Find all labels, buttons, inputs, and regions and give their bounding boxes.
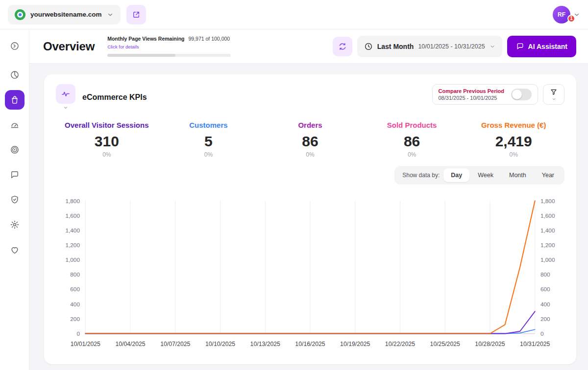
collapse-icon: [10, 41, 20, 51]
svg-text:1,800: 1,800: [540, 198, 555, 204]
kpi-delta: 0%: [259, 151, 361, 158]
quota-widget: Monthly Page Views Remaining 99,971 of 1…: [107, 36, 231, 57]
period-range-label: 10/01/2025 - 10/31/2025: [418, 43, 485, 50]
kpi-delta: 0%: [361, 151, 463, 158]
chevron-down-icon: [490, 44, 495, 49]
kpi-sold-products[interactable]: Sold Products860%: [361, 121, 463, 158]
kpi-value: 86: [361, 133, 463, 150]
show-data-by-week[interactable]: Week: [470, 168, 501, 182]
sidebar-item-settings[interactable]: [5, 215, 24, 234]
kpi-delta: 0%: [158, 151, 260, 158]
card-icon-button[interactable]: [56, 84, 75, 110]
filter-button[interactable]: [543, 84, 564, 105]
chevron-down-icon: [107, 11, 114, 18]
kpi-label: Sold Products: [361, 121, 463, 129]
sidebar-item-collapse[interactable]: [5, 36, 24, 56]
svg-text:10/04/2025: 10/04/2025: [115, 341, 145, 347]
ecommerce-kpis-card: eCommerce KPIs Compare Previous Period 0…: [44, 74, 576, 364]
date-range-selector[interactable]: Last Month 10/01/2025 - 10/31/2025: [357, 36, 502, 57]
kpi-value: 2,419: [463, 133, 564, 150]
account-menu[interactable]: RF 1: [553, 6, 580, 23]
svg-text:1,000: 1,000: [540, 256, 555, 263]
svg-text:1,400: 1,400: [540, 227, 555, 233]
activity-icon: [56, 84, 75, 104]
svg-text:200: 200: [70, 316, 80, 322]
svg-text:10/25/2025: 10/25/2025: [430, 341, 460, 347]
gear-icon: [10, 220, 20, 230]
sidebar-item-ecommerce[interactable]: [5, 90, 24, 110]
app-window: yourwebsitename.com RF 1: [0, 0, 588, 370]
sidebar-item-feedback[interactable]: [5, 165, 24, 185]
line-chart: 10/01/202510/04/202510/07/202510/10/2025…: [56, 188, 564, 361]
svg-text:10/31/2025: 10/31/2025: [520, 341, 550, 347]
svg-text:200: 200: [540, 316, 550, 322]
kpi-gross-revenue[interactable]: Gross Revenue (€)2,4190%: [463, 121, 564, 158]
svg-text:10/22/2025: 10/22/2025: [385, 341, 415, 347]
svg-text:1,000: 1,000: [66, 256, 80, 263]
chevron-down-icon: [63, 105, 68, 110]
kpi-customers[interactable]: Customers50%: [158, 121, 260, 158]
quota-progress-track: [107, 54, 231, 57]
site-selector[interactable]: yourwebsitename.com: [8, 5, 121, 24]
clock-icon: [364, 42, 373, 51]
svg-text:1,600: 1,600: [540, 212, 555, 219]
kpi-value: 86: [259, 133, 361, 150]
sidebar-item-analytics[interactable]: [5, 65, 24, 85]
svg-text:1,400: 1,400: [66, 227, 80, 233]
notification-badge: 1: [567, 15, 575, 23]
svg-text:0: 0: [540, 330, 544, 337]
svg-text:0: 0: [76, 330, 80, 337]
sidebar-item-goals[interactable]: [5, 140, 24, 160]
svg-text:400: 400: [70, 301, 80, 307]
svg-text:1,200: 1,200: [540, 242, 555, 248]
kpi-value: 5: [158, 133, 260, 150]
site-favicon: [15, 9, 25, 20]
kpi-label: Orders: [259, 121, 361, 129]
compare-range: 08/31/2025 - 10/01/2025: [439, 95, 505, 101]
kpi-label: Customers: [158, 121, 260, 129]
refresh-button[interactable]: [333, 37, 352, 56]
quota-label: Monthly Page Views Remaining: [107, 36, 184, 42]
svg-text:10/28/2025: 10/28/2025: [475, 341, 505, 347]
show-data-by-month[interactable]: Month: [502, 168, 534, 182]
page-title: Overview: [43, 40, 95, 53]
sidebar-item-support[interactable]: [5, 240, 24, 259]
sidebar-item-performance[interactable]: [5, 115, 24, 135]
period-preset-label: Last Month: [377, 43, 414, 50]
show-data-by-control: Show data by: DayWeekMonthYear: [394, 166, 564, 185]
svg-text:1,600: 1,600: [66, 212, 80, 219]
quota-progress-fill: [107, 54, 175, 57]
kpi-delta: 0%: [56, 151, 158, 158]
ai-assistant-label: AI Assistant: [528, 43, 567, 50]
target-icon: [10, 145, 20, 155]
svg-text:1,800: 1,800: [66, 198, 80, 204]
site-name: yourwebsitename.com: [30, 11, 102, 18]
kpi-label: Overall Visitor Sessions: [56, 121, 158, 129]
kpi-row: Overall Visitor Sessions3100%Customers50…: [56, 121, 564, 158]
svg-text:10/01/2025: 10/01/2025: [71, 341, 100, 347]
show-data-by-label: Show data by:: [402, 172, 440, 179]
card-title: eCommerce KPIs: [82, 93, 147, 102]
refresh-icon: [338, 42, 347, 51]
sidebar-item-security[interactable]: [5, 190, 24, 209]
kpi-overall-visitor-sessions[interactable]: Overall Visitor Sessions3100%: [56, 121, 158, 158]
chat-icon: [516, 42, 524, 50]
sidebar: [0, 29, 29, 370]
svg-text:10/10/2025: 10/10/2025: [205, 341, 235, 347]
compare-toggle[interactable]: [511, 89, 532, 100]
funnel-icon: [550, 88, 558, 96]
kpi-orders[interactable]: Orders860%: [259, 121, 361, 158]
content-area: eCommerce KPIs Compare Previous Period 0…: [29, 64, 588, 370]
open-site-button[interactable]: [126, 5, 146, 24]
ai-assistant-button[interactable]: AI Assistant: [507, 36, 576, 57]
external-link-icon: [132, 10, 141, 19]
quota-details-link[interactable]: Click for details: [107, 44, 139, 49]
svg-text:800: 800: [540, 271, 550, 278]
compare-previous-period: Compare Previous Period 08/31/2025 - 10/…: [432, 84, 539, 105]
analytics-icon: [10, 70, 20, 80]
page-header: Overview Monthly Page Views Remaining 99…: [29, 29, 588, 64]
svg-text:10/07/2025: 10/07/2025: [160, 341, 190, 347]
show-data-by-year[interactable]: Year: [535, 168, 562, 182]
svg-text:400: 400: [540, 301, 550, 307]
show-data-by-day[interactable]: Day: [443, 168, 469, 182]
